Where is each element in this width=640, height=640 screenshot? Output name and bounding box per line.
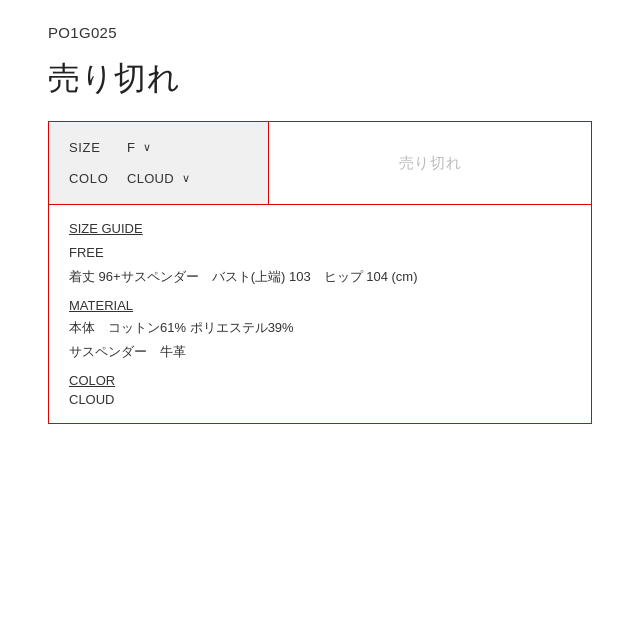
size-measurements: 着丈 96+サスペンダー バスト(上端) 103 ヒップ 104 (cm) xyxy=(69,266,571,288)
color-selector-row[interactable]: COLO CLOUD ∨ xyxy=(69,171,248,186)
color-section-value: CLOUD xyxy=(69,392,571,407)
color-value: CLOUD xyxy=(127,171,174,186)
color-label: COLO xyxy=(69,171,119,186)
size-chevron-icon: ∨ xyxy=(143,141,151,154)
details-section: SIZE GUIDE FREE 着丈 96+サスペンダー バスト(上端) 103… xyxy=(48,205,592,424)
sold-out-badge: 売り切れ xyxy=(399,154,462,173)
color-chevron-icon: ∨ xyxy=(182,172,190,185)
main-border-box: SIZE F ∨ COLO CLOUD ∨ 売り切れ xyxy=(48,121,592,205)
material-label: MATERIAL xyxy=(69,298,571,313)
sold-out-title: 売り切れ xyxy=(0,49,640,121)
sold-out-right: 売り切れ xyxy=(269,122,591,204)
size-free-label: FREE xyxy=(69,242,571,264)
material-line-1: 本体 コットン61% ポリエステル39% xyxy=(69,317,571,339)
selectors-left: SIZE F ∨ COLO CLOUD ∨ xyxy=(49,122,269,204)
material-line-2: サスペンダー 牛革 xyxy=(69,341,571,363)
size-guide-link[interactable]: SIZE GUIDE xyxy=(69,221,571,236)
product-id: PO1G025 xyxy=(0,0,640,49)
size-value: F xyxy=(127,140,135,155)
page-container: PO1G025 売り切れ SIZE F ∨ COLO CLOUD ∨ 売り切れ xyxy=(0,0,640,640)
size-selector-row[interactable]: SIZE F ∨ xyxy=(69,140,248,155)
size-label: SIZE xyxy=(69,140,119,155)
color-section-label: COLOR xyxy=(69,373,571,388)
selector-area: SIZE F ∨ COLO CLOUD ∨ 売り切れ xyxy=(49,122,591,204)
